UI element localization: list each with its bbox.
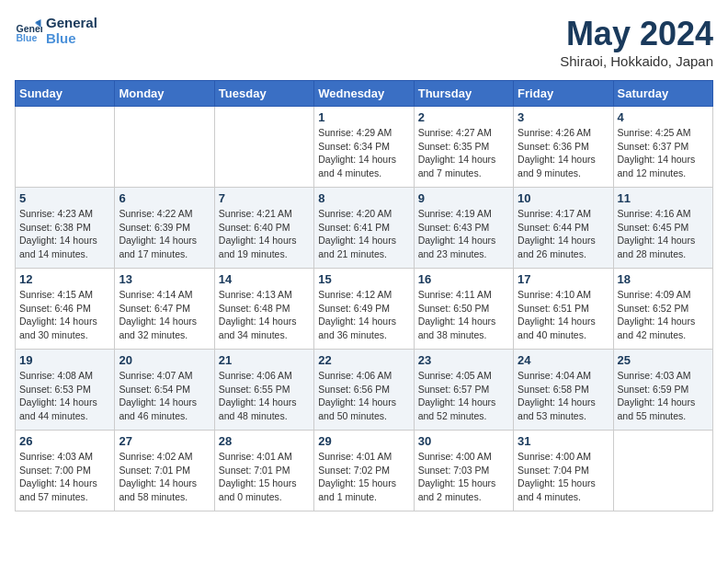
day-header-wednesday: Wednesday [314, 81, 414, 107]
calendar-cell: 8Sunrise: 4:20 AMSunset: 6:41 PMDaylight… [314, 188, 414, 269]
day-info: Sunrise: 4:19 AMSunset: 6:43 PMDaylight:… [418, 207, 509, 261]
day-number: 3 [518, 110, 609, 124]
title-block: May 2024 Shiraoi, Hokkaido, Japan [560, 15, 713, 69]
calendar-cell: 24Sunrise: 4:04 AMSunset: 6:58 PMDayligh… [514, 350, 613, 431]
day-info: Sunrise: 4:03 AMSunset: 6:59 PMDaylight:… [618, 369, 709, 423]
day-info: Sunrise: 4:03 AMSunset: 7:00 PMDaylight:… [19, 450, 110, 504]
calendar-cell: 4Sunrise: 4:25 AMSunset: 6:37 PMDaylight… [613, 107, 712, 188]
day-info: Sunrise: 4:16 AMSunset: 6:45 PMDaylight:… [618, 207, 709, 261]
day-number: 21 [219, 353, 310, 367]
calendar-cell: 14Sunrise: 4:13 AMSunset: 6:48 PMDayligh… [214, 269, 313, 350]
calendar-cell: 7Sunrise: 4:21 AMSunset: 6:40 PMDaylight… [214, 188, 313, 269]
calendar-cell: 30Sunrise: 4:00 AMSunset: 7:03 PMDayligh… [414, 431, 513, 511]
day-info: Sunrise: 4:15 AMSunset: 6:46 PMDaylight:… [19, 288, 110, 342]
day-number: 17 [518, 272, 609, 286]
calendar-cell [613, 431, 712, 511]
day-info: Sunrise: 4:14 AMSunset: 6:47 PMDaylight:… [119, 288, 210, 342]
day-info: Sunrise: 4:09 AMSunset: 6:52 PMDaylight:… [618, 288, 709, 342]
day-info: Sunrise: 4:12 AMSunset: 6:49 PMDaylight:… [318, 288, 409, 342]
day-number: 25 [618, 353, 709, 367]
week-row-3: 12Sunrise: 4:15 AMSunset: 6:46 PMDayligh… [16, 269, 713, 350]
calendar-cell: 27Sunrise: 4:02 AMSunset: 7:01 PMDayligh… [115, 431, 214, 511]
logo-line1: General [46, 15, 97, 30]
calendar-cell: 6Sunrise: 4:22 AMSunset: 6:39 PMDaylight… [115, 188, 214, 269]
calendar-cell: 17Sunrise: 4:10 AMSunset: 6:51 PMDayligh… [514, 269, 613, 350]
calendar-cell [214, 107, 313, 188]
day-number: 1 [318, 110, 409, 124]
day-number: 13 [119, 272, 210, 286]
calendar-cell: 31Sunrise: 4:00 AMSunset: 7:04 PMDayligh… [514, 431, 613, 511]
calendar-cell: 10Sunrise: 4:17 AMSunset: 6:44 PMDayligh… [514, 188, 613, 269]
day-number: 2 [418, 110, 509, 124]
calendar-cell: 22Sunrise: 4:06 AMSunset: 6:56 PMDayligh… [314, 350, 414, 431]
week-row-4: 19Sunrise: 4:08 AMSunset: 6:53 PMDayligh… [16, 350, 713, 431]
day-info: Sunrise: 4:01 AMSunset: 7:01 PMDaylight:… [219, 450, 310, 504]
day-number: 5 [19, 191, 110, 205]
day-info: Sunrise: 4:11 AMSunset: 6:50 PMDaylight:… [418, 288, 509, 342]
day-info: Sunrise: 4:05 AMSunset: 6:57 PMDaylight:… [418, 369, 509, 423]
week-row-5: 26Sunrise: 4:03 AMSunset: 7:00 PMDayligh… [16, 431, 713, 511]
week-row-1: 1Sunrise: 4:29 AMSunset: 6:34 PMDaylight… [16, 107, 713, 188]
day-number: 31 [518, 434, 609, 448]
day-info: Sunrise: 4:27 AMSunset: 6:35 PMDaylight:… [418, 126, 509, 180]
day-info: Sunrise: 4:29 AMSunset: 6:34 PMDaylight:… [318, 126, 409, 180]
calendar-cell: 12Sunrise: 4:15 AMSunset: 6:46 PMDayligh… [16, 269, 115, 350]
day-number: 6 [119, 191, 210, 205]
day-number: 10 [518, 191, 609, 205]
calendar-cell [115, 107, 214, 188]
calendar-table: SundayMondayTuesdayWednesdayThursdayFrid… [15, 80, 713, 511]
svg-text:Blue: Blue [17, 32, 38, 43]
day-number: 14 [219, 272, 310, 286]
day-header-sunday: Sunday [16, 81, 115, 107]
day-number: 12 [19, 272, 110, 286]
day-number: 4 [618, 110, 709, 124]
calendar-cell: 15Sunrise: 4:12 AMSunset: 6:49 PMDayligh… [314, 269, 414, 350]
day-number: 15 [318, 272, 409, 286]
calendar-cell: 5Sunrise: 4:23 AMSunset: 6:38 PMDaylight… [16, 188, 115, 269]
day-info: Sunrise: 4:08 AMSunset: 6:53 PMDaylight:… [19, 369, 110, 423]
day-info: Sunrise: 4:17 AMSunset: 6:44 PMDaylight:… [518, 207, 609, 261]
calendar-cell: 3Sunrise: 4:26 AMSunset: 6:36 PMDaylight… [514, 107, 613, 188]
day-info: Sunrise: 4:26 AMSunset: 6:36 PMDaylight:… [518, 126, 609, 180]
day-number: 26 [19, 434, 110, 448]
calendar-cell: 18Sunrise: 4:09 AMSunset: 6:52 PMDayligh… [613, 269, 712, 350]
day-number: 28 [219, 434, 310, 448]
logo: General Blue General Blue [15, 15, 97, 46]
day-number: 11 [618, 191, 709, 205]
day-info: Sunrise: 4:07 AMSunset: 6:54 PMDaylight:… [119, 369, 210, 423]
logo-line2: Blue [46, 30, 97, 46]
calendar-cell: 9Sunrise: 4:19 AMSunset: 6:43 PMDaylight… [414, 188, 513, 269]
day-header-thursday: Thursday [414, 81, 513, 107]
day-info: Sunrise: 4:00 AMSunset: 7:04 PMDaylight:… [518, 450, 609, 504]
calendar-cell: 16Sunrise: 4:11 AMSunset: 6:50 PMDayligh… [414, 269, 513, 350]
day-header-friday: Friday [514, 81, 613, 107]
day-number: 18 [618, 272, 709, 286]
calendar-cell: 23Sunrise: 4:05 AMSunset: 6:57 PMDayligh… [414, 350, 513, 431]
day-info: Sunrise: 4:00 AMSunset: 7:03 PMDaylight:… [418, 450, 509, 504]
calendar-cell: 19Sunrise: 4:08 AMSunset: 6:53 PMDayligh… [16, 350, 115, 431]
header-row: SundayMondayTuesdayWednesdayThursdayFrid… [16, 81, 713, 107]
day-number: 16 [418, 272, 509, 286]
day-number: 27 [119, 434, 210, 448]
day-number: 23 [418, 353, 509, 367]
calendar-cell: 1Sunrise: 4:29 AMSunset: 6:34 PMDaylight… [314, 107, 414, 188]
week-row-2: 5Sunrise: 4:23 AMSunset: 6:38 PMDaylight… [16, 188, 713, 269]
day-header-tuesday: Tuesday [214, 81, 313, 107]
calendar-cell: 25Sunrise: 4:03 AMSunset: 6:59 PMDayligh… [613, 350, 712, 431]
day-header-monday: Monday [115, 81, 214, 107]
calendar-cell: 21Sunrise: 4:06 AMSunset: 6:55 PMDayligh… [214, 350, 313, 431]
page-header: General Blue General Blue May 2024 Shira… [15, 15, 713, 69]
day-number: 9 [418, 191, 509, 205]
calendar-cell: 2Sunrise: 4:27 AMSunset: 6:35 PMDaylight… [414, 107, 513, 188]
calendar-cell: 20Sunrise: 4:07 AMSunset: 6:54 PMDayligh… [115, 350, 214, 431]
day-number: 19 [19, 353, 110, 367]
subtitle: Shiraoi, Hokkaido, Japan [560, 53, 713, 69]
day-info: Sunrise: 4:25 AMSunset: 6:37 PMDaylight:… [618, 126, 709, 180]
day-info: Sunrise: 4:21 AMSunset: 6:40 PMDaylight:… [219, 207, 310, 261]
day-number: 7 [219, 191, 310, 205]
day-header-saturday: Saturday [613, 81, 712, 107]
day-info: Sunrise: 4:02 AMSunset: 7:01 PMDaylight:… [119, 450, 210, 504]
day-info: Sunrise: 4:20 AMSunset: 6:41 PMDaylight:… [318, 207, 409, 261]
day-number: 24 [518, 353, 609, 367]
month-title: May 2024 [560, 15, 713, 53]
